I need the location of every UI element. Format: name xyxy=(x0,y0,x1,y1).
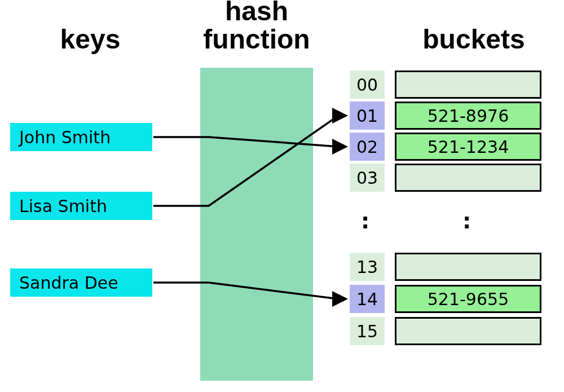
bucket-value-01: 521-8976 xyxy=(395,102,541,130)
header-buckets: buckets xyxy=(400,25,547,54)
bucket-index-00: 00 xyxy=(350,71,385,99)
bucket-value-14: 521-9655 xyxy=(395,285,541,313)
bucket-index-03: 03 xyxy=(350,164,385,192)
hash-function-box xyxy=(200,68,313,381)
ellipsis-index: : xyxy=(361,209,369,234)
bucket-value-00 xyxy=(395,71,541,99)
bucket-index-02: 02 xyxy=(350,133,385,161)
bucket-value-02: 521-1234 xyxy=(395,133,541,161)
key-sandra-dee: Sandra Dee xyxy=(10,268,152,297)
header-keys: keys xyxy=(23,25,158,54)
key-john-smith: John Smith xyxy=(10,123,152,151)
bucket-index-14: 14 xyxy=(350,285,385,313)
diagram-stage: keys hash function buckets John Smith Li… xyxy=(0,0,564,392)
bucket-value-03 xyxy=(395,164,541,192)
header-hash-function: hash function xyxy=(183,0,330,54)
bucket-index-13: 13 xyxy=(350,253,385,281)
bucket-index-15: 15 xyxy=(350,317,385,345)
ellipsis-bucket: : xyxy=(462,209,471,234)
bucket-value-15 xyxy=(395,317,541,345)
bucket-value-13 xyxy=(395,253,541,281)
bucket-index-01: 01 xyxy=(350,102,385,130)
key-lisa-smith: Lisa Smith xyxy=(10,192,152,220)
